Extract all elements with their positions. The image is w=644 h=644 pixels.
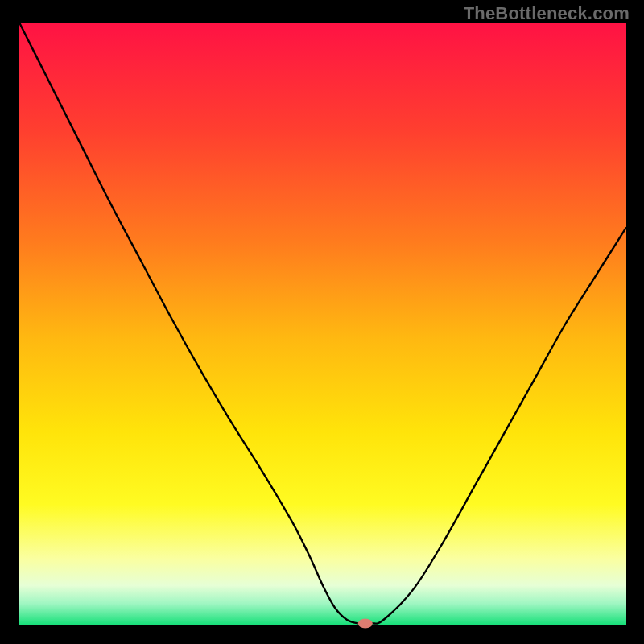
chart-frame: TheBottleneck.com bbox=[0, 0, 644, 644]
marker-dot bbox=[358, 619, 373, 629]
watermark-label: TheBottleneck.com bbox=[464, 3, 630, 24]
bottleneck-chart bbox=[0, 0, 644, 644]
plot-background bbox=[19, 23, 626, 625]
